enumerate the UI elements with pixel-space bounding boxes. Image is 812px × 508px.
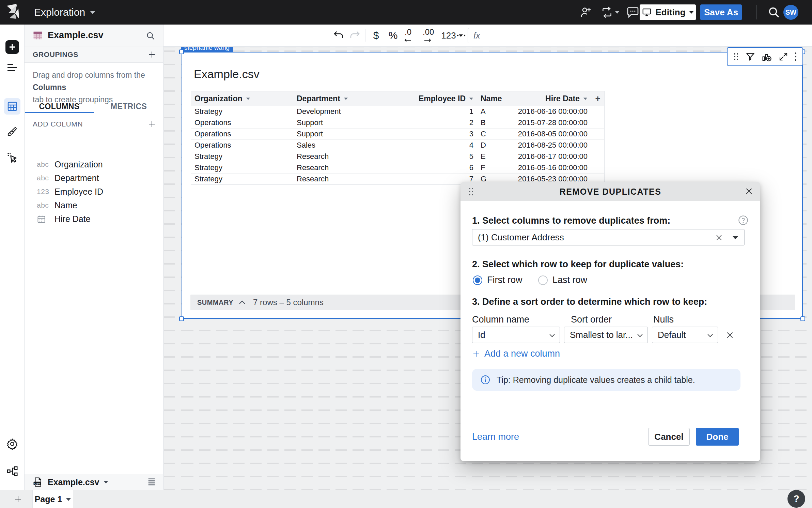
- table-cell[interactable]: A: [477, 106, 506, 117]
- close-icon[interactable]: [745, 187, 753, 196]
- dataset-list-icon[interactable]: [147, 477, 156, 487]
- comments-icon[interactable]: [626, 0, 640, 25]
- table-cell[interactable]: 2015-07-28 00:00:00: [506, 117, 591, 128]
- selection-handle[interactable]: [179, 316, 184, 321]
- add-table-column-button[interactable]: +: [591, 91, 604, 106]
- user-avatar[interactable]: SW: [783, 5, 798, 20]
- table-row[interactable]: StrategyResearch5E2016-06-17 00:00:00: [191, 151, 604, 162]
- last-row-radio[interactable]: Last row: [538, 275, 587, 285]
- layers-panel-icon[interactable]: [0, 63, 25, 73]
- tab-columns[interactable]: COLUMNS: [25, 100, 94, 113]
- redo-icon[interactable]: [347, 25, 362, 46]
- table-cell[interactable]: Strategy: [191, 174, 293, 184]
- sort-nulls-select[interactable]: Default: [652, 327, 718, 343]
- table-cell[interactable]: Operations: [191, 117, 293, 128]
- table-row[interactable]: OperationsSales4D2016-08-25 00:00:00: [191, 139, 604, 151]
- page-tab-active[interactable]: Page 1: [32, 490, 73, 508]
- cancel-button[interactable]: Cancel: [648, 428, 690, 446]
- column-item[interactable]: Hire Date: [25, 212, 163, 226]
- column-item[interactable]: 123Employee ID: [25, 185, 163, 198]
- table-cell[interactable]: Strategy: [191, 106, 293, 117]
- selection-handle[interactable]: [800, 316, 805, 321]
- table-cell[interactable]: 3: [402, 129, 477, 139]
- table-cell[interactable]: Development: [293, 106, 402, 117]
- table-cell[interactable]: 4: [402, 140, 477, 151]
- table-tool-button-active[interactable]: [4, 98, 20, 115]
- table-cell[interactable]: 1: [402, 106, 477, 117]
- column-item[interactable]: abcOrganization: [25, 158, 163, 171]
- column-item[interactable]: abcName: [25, 198, 163, 212]
- table-cell[interactable]: B: [477, 117, 506, 128]
- add-grouping-button[interactable]: [147, 50, 156, 59]
- increase-decimal-icon[interactable]: .00: [421, 25, 440, 46]
- app-logo-bird-icon[interactable]: [5, 3, 21, 21]
- column-header[interactable]: Name: [477, 91, 506, 106]
- table-cell[interactable]: Operations: [191, 129, 293, 139]
- table-cell[interactable]: Research: [293, 174, 402, 184]
- table-row[interactable]: OperationsSupport2B2015-07-28 00:00:00: [191, 117, 604, 128]
- help-circle-icon[interactable]: [738, 215, 749, 226]
- chevron-down-icon[interactable]: [615, 0, 619, 25]
- table-cell[interactable]: Strategy: [191, 162, 293, 173]
- data-lineage-icon[interactable]: [0, 465, 25, 477]
- table-row[interactable]: StrategyDevelopment1A2016-06-16 00:00:00: [191, 106, 604, 117]
- add-collaborator-icon[interactable]: [579, 0, 593, 25]
- add-chart-icon[interactable]: [761, 51, 772, 62]
- expand-icon[interactable]: [778, 51, 788, 62]
- table-cell[interactable]: C: [477, 129, 506, 139]
- table-cell[interactable]: Strategy: [191, 151, 293, 162]
- add-sort-column-link[interactable]: Add a new column: [472, 348, 560, 359]
- cursor-click-icon[interactable]: [0, 151, 25, 164]
- table-row[interactable]: StrategyResearch6F2016-05-16 00:00:00: [191, 162, 604, 173]
- mode-selector-button[interactable]: Editing: [640, 4, 696, 20]
- table-cell[interactable]: 6: [402, 162, 477, 173]
- table-cell[interactable]: Research: [293, 162, 402, 173]
- learn-more-link[interactable]: Learn more: [472, 432, 519, 442]
- add-page-button[interactable]: [14, 495, 22, 504]
- column-header[interactable]: Department: [293, 91, 402, 106]
- table-cell[interactable]: D: [477, 140, 506, 151]
- save-as-button[interactable]: Save As: [700, 4, 742, 20]
- add-column-button[interactable]: [147, 120, 156, 129]
- swap-version-icon[interactable]: [600, 0, 614, 25]
- currency-format-icon[interactable]: $: [369, 25, 384, 46]
- style-brush-icon[interactable]: [0, 127, 25, 138]
- table-cell[interactable]: Sales: [293, 140, 402, 151]
- app-title-menu[interactable]: Exploration: [34, 0, 95, 25]
- first-row-radio[interactable]: First row: [473, 275, 522, 285]
- done-button[interactable]: Done: [696, 428, 739, 446]
- table-cell[interactable]: Support: [293, 117, 402, 128]
- search-icon[interactable]: [145, 31, 156, 41]
- search-icon[interactable]: [767, 0, 781, 25]
- settings-gear-icon[interactable]: [0, 438, 25, 450]
- help-button[interactable]: ?: [787, 490, 805, 508]
- undo-icon[interactable]: [331, 25, 346, 46]
- table-cell[interactable]: 5: [402, 151, 477, 162]
- percent-format-icon[interactable]: %: [385, 25, 401, 46]
- tab-metrics[interactable]: METRICS: [94, 100, 163, 113]
- column-header[interactable]: Employee ID: [402, 91, 477, 106]
- table-cell[interactable]: 2: [402, 117, 477, 128]
- drag-handle-icon[interactable]: [468, 187, 474, 196]
- kebab-menu-icon[interactable]: [794, 52, 797, 61]
- table-cell[interactable]: 2016-08-25 00:00:00: [506, 140, 591, 151]
- table-cell[interactable]: 2016-06-16 00:00:00: [506, 106, 591, 117]
- sort-order-select[interactable]: Smallest to lar...: [564, 327, 648, 343]
- column-header[interactable]: Hire Date: [506, 91, 591, 106]
- remove-sort-row-icon[interactable]: [725, 331, 734, 340]
- filter-icon[interactable]: [745, 51, 755, 62]
- table-cell[interactable]: E: [477, 151, 506, 162]
- table-cell[interactable]: 2016-08-05 00:00:00: [506, 129, 591, 139]
- clear-selection-icon[interactable]: [715, 234, 723, 242]
- table-cell[interactable]: F: [477, 162, 506, 173]
- table-cell[interactable]: 2016-06-17 00:00:00: [506, 151, 591, 162]
- sort-column-select[interactable]: Id: [472, 327, 560, 343]
- duplicate-columns-select[interactable]: (1) Customer Address: [472, 229, 745, 245]
- table-row[interactable]: OperationsSupport3C2016-08-05 00:00:00: [191, 128, 604, 139]
- drag-handle-icon[interactable]: [733, 52, 739, 61]
- table-cell[interactable]: 2016-05-16 00:00:00: [506, 162, 591, 173]
- table-cell[interactable]: Research: [293, 151, 402, 162]
- dataset-selector[interactable]: CSV Example.csv: [25, 474, 163, 490]
- table-cell[interactable]: Operations: [191, 140, 293, 151]
- column-item[interactable]: abcDepartment: [25, 171, 163, 185]
